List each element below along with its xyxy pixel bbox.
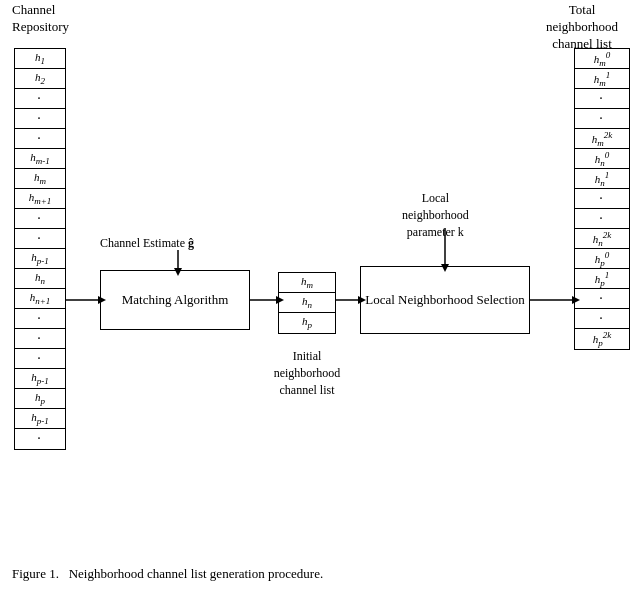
list-item: hm — [279, 273, 335, 293]
list-item: hp2k — [575, 329, 629, 349]
list-item: hm2k — [575, 129, 629, 149]
list-item: hm0 — [575, 49, 629, 69]
list-item: hn1 — [575, 169, 629, 189]
list-item: hm — [15, 169, 65, 189]
channel-estimate-label: Channel Estimate ĝ — [100, 236, 194, 251]
right-column-list: hm0 hm1 · · hm2k hn0 hn1 · · hn2k hp0 hp… — [574, 48, 630, 350]
list-item: hp — [279, 313, 335, 333]
list-item: h1 — [15, 49, 65, 69]
arrows-svg — [0, 0, 640, 540]
matching-algorithm-box: Matching Algorithm — [100, 270, 250, 330]
list-item: h2 — [15, 69, 65, 89]
local-neighborhood-selection-box: Local Neighborhood Selection — [360, 266, 530, 334]
list-item: hn+1 — [15, 289, 65, 309]
list-item-dot: · — [575, 89, 629, 109]
local-param-label: Localneighborhoodparameter k — [402, 190, 469, 240]
list-item-dot: · — [15, 109, 65, 129]
channel-repo-label: ChannelRepository — [12, 2, 69, 36]
local-neighborhood-selection-label: Local Neighborhood Selection — [365, 292, 525, 308]
list-item: hp-1 — [15, 409, 65, 429]
list-item: hp-1 — [15, 249, 65, 269]
list-item-dot: · — [575, 109, 629, 129]
list-item-dot: · — [575, 289, 629, 309]
list-item: hm+1 — [15, 189, 65, 209]
list-item-dot: · — [15, 129, 65, 149]
list-item: hm1 — [575, 69, 629, 89]
list-item-dot: · — [575, 209, 629, 229]
list-item: hp1 — [575, 269, 629, 289]
list-item: hn — [279, 293, 335, 313]
list-item-dot: · — [15, 309, 65, 329]
list-item-dot: · — [575, 309, 629, 329]
left-column-list: h1 h2 · · · hm-1 hm hm+1 · · hp-1 hn hn+… — [14, 48, 66, 450]
list-item-dot: · — [15, 349, 65, 369]
list-item-dot: · — [15, 89, 65, 109]
list-item-dot: · — [15, 329, 65, 349]
list-item: hp — [15, 389, 65, 409]
list-item: hp0 — [575, 249, 629, 269]
list-item-dot: · — [15, 209, 65, 229]
list-item: hn2k — [575, 229, 629, 249]
total-neighborhood-label: Totalneighborhoodchannel list — [532, 2, 632, 53]
figure-caption: Figure 1. Neighborhood channel list gene… — [12, 566, 323, 582]
list-item: hn0 — [575, 149, 629, 169]
initial-list-box: hm hn hp — [278, 272, 336, 334]
list-item-dot: · — [15, 229, 65, 249]
list-item-dot: · — [15, 429, 65, 449]
list-item-dot: · — [575, 189, 629, 209]
initial-neighborhood-label: Initialneighborhoodchannel list — [267, 348, 347, 398]
list-item: hp-1 — [15, 369, 65, 389]
list-item: hm-1 — [15, 149, 65, 169]
list-item: hn — [15, 269, 65, 289]
matching-algorithm-label: Matching Algorithm — [122, 292, 229, 308]
diagram-container: ChannelRepository Totalneighborhoodchann… — [0, 0, 640, 540]
